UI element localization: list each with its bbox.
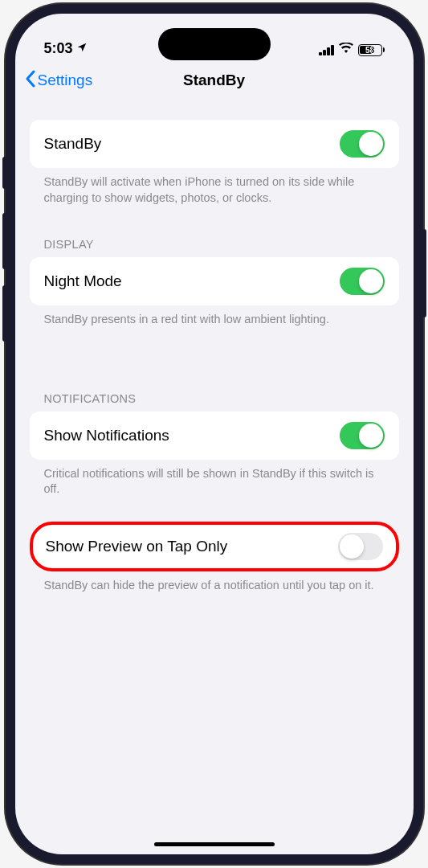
battery-icon: 58	[358, 44, 385, 56]
location-icon	[76, 40, 88, 57]
night-mode-label: Night Mode	[44, 272, 122, 290]
volume-down	[2, 285, 7, 342]
show-notifications-toggle[interactable]	[340, 422, 385, 449]
dynamic-island	[158, 28, 271, 60]
night-mode-footer: StandBy presents in a red tint with low …	[30, 305, 399, 328]
show-notifications-footer: Critical notifications will still be sho…	[30, 460, 399, 497]
volume-up	[2, 213, 7, 269]
back-label: Settings	[38, 72, 93, 89]
show-preview-row[interactable]: Show Preview on Tap Only	[30, 522, 399, 571]
back-button[interactable]: Settings	[25, 70, 93, 92]
screen: 5:03 58	[15, 14, 414, 854]
display-header: DISPLAY	[30, 238, 399, 257]
show-preview-footer: StandBy can hide the preview of a notifi…	[30, 571, 399, 594]
night-mode-row[interactable]: Night Mode	[30, 257, 399, 305]
chevron-left-icon	[25, 70, 36, 92]
notifications-header: NOTIFICATIONS	[30, 392, 399, 411]
standby-footer: StandBy will activate when iPhone is tur…	[30, 168, 399, 206]
standby-row[interactable]: StandBy	[30, 120, 399, 168]
battery-percent: 58	[365, 46, 374, 55]
night-mode-toggle[interactable]	[340, 268, 385, 295]
show-preview-label: Show Preview on Tap Only	[46, 538, 228, 555]
show-preview-toggle[interactable]	[338, 533, 383, 560]
cellular-icon	[319, 45, 334, 55]
nav-bar: Settings StandBy	[15, 60, 414, 100]
page-title: StandBy	[183, 72, 245, 89]
show-notifications-row[interactable]: Show Notifications	[30, 411, 399, 460]
phone-frame: 5:03 58	[6, 4, 423, 864]
mute-switch	[2, 157, 7, 189]
wifi-icon	[339, 43, 353, 57]
show-notifications-label: Show Notifications	[44, 427, 169, 444]
power-button	[422, 229, 426, 317]
home-indicator[interactable]	[154, 842, 275, 846]
standby-label: StandBy	[44, 135, 102, 153]
standby-toggle[interactable]	[340, 130, 385, 158]
status-time: 5:03	[44, 40, 73, 57]
